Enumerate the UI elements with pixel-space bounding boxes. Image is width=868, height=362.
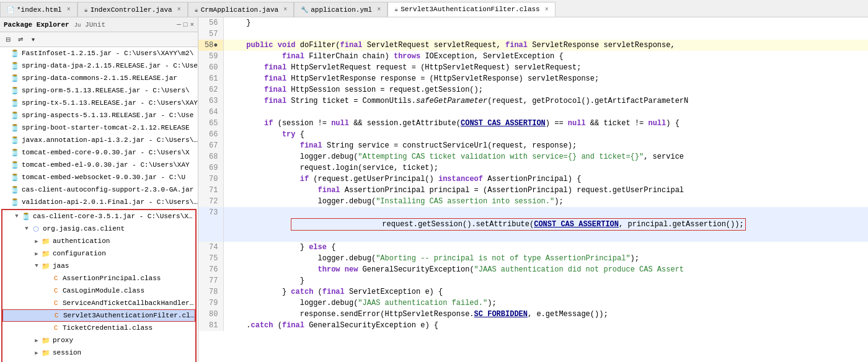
code-line: final String ticket = CommonUtils.safeGe… (223, 95, 868, 107)
tree-item-ssl[interactable]: ▶ 📁 ssl (2, 359, 195, 362)
jar-icon: 🫙 (21, 211, 31, 221)
table-row: 70 if (request.getUserPrincipal() instan… (198, 174, 868, 185)
line-number: 75 (198, 253, 223, 264)
tree-item-spring-data-commons[interactable]: 🫙 spring-data-commons-2.1.15.RELEASE.jar (0, 72, 198, 84)
tree-item-tomcat-embed-core[interactable]: 🫙 tomcat-embed-core-9.0.30.jar - C:\User… (0, 146, 198, 159)
table-row: 57 (198, 29, 868, 40)
code-line: final HttpServletResponse response = (Ht… (223, 73, 868, 84)
tab-label-crm-application: CrmApplication.java (201, 6, 278, 14)
jar-icon: 🫙 (10, 86, 20, 95)
tree-item-spring-orm[interactable]: 🫙 spring-orm-5.1.13.RELEASE.jar - C:\Use… (0, 84, 198, 97)
code-line: request.login(service, ticket); (223, 162, 868, 174)
table-row: 71 final AssertionPrincipal principal = … (198, 185, 868, 196)
panel-secondary-tab[interactable]: Ju JUnit (74, 21, 105, 29)
jar-icon: 🫙 (10, 197, 20, 207)
code-line: final String service = constructServiceU… (223, 140, 868, 151)
folder-icon: 📁 (41, 261, 51, 271)
menu-btn[interactable]: ▾ (27, 34, 38, 45)
folder-icon: 📁 (41, 236, 51, 246)
table-row: 56 } (198, 17, 868, 29)
tree-toggle-org-jasig[interactable]: ▼ (22, 224, 31, 233)
tab-index-controller[interactable]: ☕ IndexController.java × (78, 2, 188, 17)
minimize-icon[interactable]: ─ (177, 21, 181, 29)
maximize-icon[interactable]: □ (184, 21, 188, 29)
tree-item-assertion-principal[interactable]: C AssertionPrincipal.class (2, 272, 195, 285)
table-row: 68 logger.debug("Attempting CAS ticket v… (198, 151, 868, 162)
tab-application-yml[interactable]: 🔧 application.yml × (294, 2, 388, 17)
tab-index-html[interactable]: 📄 *index.html × (0, 2, 78, 17)
code-line: final HttpServletRequest request = (Http… (223, 62, 868, 73)
code-line: public void doFilter(final ServletReques… (223, 40, 868, 51)
tab-bar: 📄 *index.html × ☕ IndexController.java ×… (0, 0, 868, 17)
tree-item-ticket-credential[interactable]: C TicketCredential.class (2, 322, 195, 334)
jar-icon: 🫙 (10, 185, 20, 195)
tree-toggle-proxy[interactable]: ▶ (32, 336, 41, 345)
line-number: 56 (198, 17, 223, 29)
tree-item-jaas[interactable]: ▼ 📁 jaas (2, 260, 195, 272)
code-line (223, 107, 868, 118)
folder-icon: 📁 (41, 249, 51, 258)
tree-toggle-configuration[interactable]: ▶ (32, 249, 41, 258)
collapse-all-btn[interactable]: ⊟ (2, 34, 14, 45)
tree-item-cas-login-module[interactable]: C CasLoginModule.class (2, 285, 195, 297)
tab-close-servlet3-filter[interactable]: × (545, 6, 549, 13)
line-number: 81 (198, 320, 223, 331)
tree-toggle-cas-client-core[interactable]: ▼ (12, 212, 21, 221)
tab-close-index-html[interactable]: × (67, 6, 71, 13)
tree-toggle-authentication[interactable]: ▶ (32, 237, 41, 245)
tab-close-crm-application[interactable]: × (283, 6, 287, 13)
tree-item-spring-boot-tomcat[interactable]: 🫙 spring-boot-starter-tomcat-2.1.12.RELE… (0, 121, 198, 134)
tab-icon-crm-application: ☕ (195, 6, 198, 14)
tree-item-configuration[interactable]: ▶ 📁 configuration (2, 247, 195, 260)
panel-header: Package Explorer Ju JUnit ─ □ × (0, 17, 198, 32)
tree-item-cas-client-core[interactable]: ▼ 🫙 cas-client-core-3.5.1.jar - C:\Users… (2, 210, 195, 223)
code-line: logger.debug("Installing CAS assertion i… (223, 196, 868, 207)
tree-item-javax-annotation[interactable]: 🫙 javax.annotation-api-1.3.2.jar - C:\Us… (0, 134, 198, 146)
table-row: 80 response.sendError(HttpServletRespons… (198, 309, 868, 320)
table-row: 78 } catch (final ServletException e) { (198, 286, 868, 298)
tree-item-servlet3-filter-selected[interactable]: C Servlet3AuthenticationFilter.class (2, 309, 195, 322)
jar-icon: 🫙 (10, 123, 20, 133)
tree-view[interactable]: 🫙 FastInfoset-1.2.15.jar - C:\Users\XAYY… (0, 47, 198, 362)
folder-icon: 📁 (41, 335, 51, 345)
class-icon: C (51, 311, 61, 320)
link-editor-btn[interactable]: ⇌ (15, 34, 26, 45)
tree-item-tomcat-embed-websocket[interactable]: 🫙 tomcat-embed-websocket-9.0.30.jar - C:… (0, 171, 198, 183)
tab-crm-application[interactable]: ☕ CrmApplication.java × (188, 2, 294, 17)
tree-toggle-jaas[interactable]: ▼ (32, 262, 41, 270)
jar-icon: 🫙 (10, 135, 20, 145)
tree-toggle-session[interactable]: ▶ (32, 348, 41, 357)
line-number: 78 (198, 286, 223, 298)
tree-item-cas-client-autoconfig[interactable]: 🫙 cas-client-autoconfig-support-2.3.0-GA… (0, 183, 198, 196)
tab-close-index-controller[interactable]: × (177, 6, 181, 13)
table-row: 62 final HttpSession session = request.g… (198, 84, 868, 95)
tab-close-application-yml[interactable]: × (377, 6, 381, 13)
tree-item-org-jasig[interactable]: ▼ ⬡ org.jasig.cas.client (2, 223, 195, 235)
jar-icon: 🫙 (10, 48, 20, 58)
code-line: final HttpSession session = request.getS… (223, 84, 868, 95)
tree-item-spring-aspects[interactable]: 🫙 spring-aspects-5.1.13.RELEASE.jar - C:… (0, 109, 198, 121)
tree-item-authentication[interactable]: ▶ 📁 authentication (2, 235, 195, 247)
tab-label-index-html: *index.html (17, 6, 62, 14)
tree-item-spring-tx[interactable]: 🫙 spring-tx-5.1.13.RELEASE.jar - C:\User… (0, 97, 198, 109)
tree-item-fast-infoset[interactable]: 🫙 FastInfoset-1.2.15.jar - C:\Users\XAYY… (0, 47, 198, 60)
panel-title: Package Explorer (4, 21, 69, 29)
tree-item-service-ticket-handler[interactable]: C ServiceAndTicketCallbackHandler.c (2, 297, 195, 309)
code-line: final AssertionPrincipal principal = (As… (223, 185, 868, 196)
code-line: } (223, 17, 868, 29)
tree-item-proxy[interactable]: ▶ 📁 proxy (2, 334, 195, 347)
tree-item-session[interactable]: ▶ 📁 session (2, 347, 195, 359)
tab-servlet3-filter[interactable]: ☕ Servlet3AuthenticationFilter.class × (388, 2, 555, 17)
tree-item-tomcat-embed-el[interactable]: 🫙 tomcat-embed-el-9.0.30.jar - C:\Users\… (0, 159, 198, 171)
code-line: } (223, 275, 868, 286)
code-content[interactable]: 56 } 57 58● public void doFilter(final S… (198, 17, 868, 362)
line-number: 73 (198, 207, 223, 242)
tab-icon-servlet3-filter: ☕ (394, 6, 398, 13)
line-number: 69 (198, 162, 223, 174)
folder-icon: 📁 (41, 348, 51, 358)
tree-item-spring-data-jpa[interactable]: 🫙 spring-data-jpa-2.1.15.RELEASE.jar - C… (0, 60, 198, 72)
code-line: try { (223, 129, 868, 140)
line-number: 70 (198, 174, 223, 185)
close-panel-icon[interactable]: × (190, 21, 194, 29)
tree-item-validation-api[interactable]: 🫙 validation-api-2.0.1.Final.jar - C:\Us… (0, 196, 198, 208)
